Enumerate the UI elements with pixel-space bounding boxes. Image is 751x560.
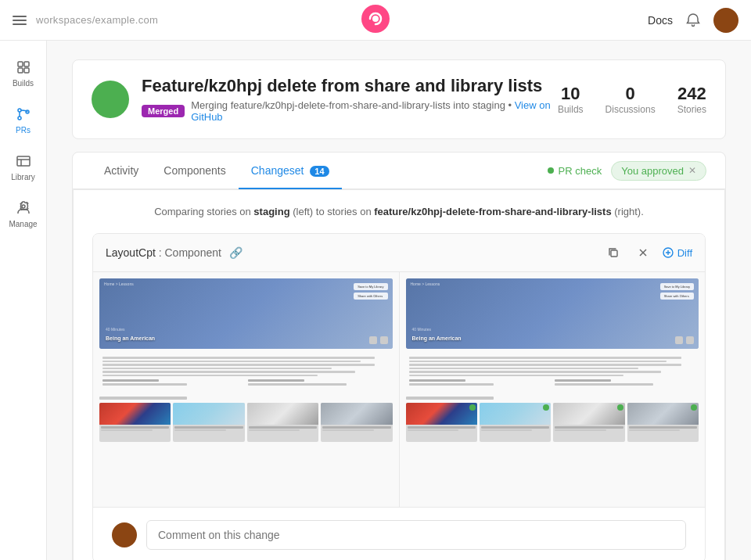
diff-button[interactable]: Diff: [662, 246, 692, 259]
sidebar-item-manage[interactable]: Manage: [5, 194, 42, 235]
notifications-icon[interactable]: [685, 13, 701, 28]
comment-bar: [93, 507, 705, 560]
approved-label: You approved: [621, 165, 684, 177]
pr-header-left: Feature/kz0hpj delete from share and lib…: [92, 76, 558, 123]
svg-point-1: [372, 16, 379, 22]
commenter-avatar: [112, 522, 137, 547]
component-card: LayoutCpt : Component 🔗: [92, 233, 706, 560]
lesson-card-3: [247, 403, 318, 442]
prs-label: PRs: [16, 126, 31, 135]
link-icon[interactable]: 🔗: [229, 246, 243, 259]
right-branch: feature/kz0hpj-delete-from-share-and-lib…: [374, 206, 611, 217]
screenshot-left-content: Home > Lessons Being an American 40 Minu…: [93, 272, 399, 507]
approved-badge[interactable]: You approved ✕: [611, 161, 706, 181]
ss-related-right: [406, 397, 699, 442]
stories-label: Stories: [677, 104, 706, 115]
pr-status-avatar: [92, 81, 129, 118]
screenshot-left: Home > Lessons Being an American 40 Minu…: [93, 272, 399, 507]
manage-icon: [16, 200, 31, 218]
component-name: LayoutCpt: [106, 246, 156, 259]
changeset-badge: 14: [310, 166, 329, 177]
sidebar-item-builds[interactable]: Builds: [5, 53, 42, 94]
pr-title-section: Feature/kz0hpj delete from share and lib…: [142, 76, 558, 123]
comment-input[interactable]: [146, 520, 686, 550]
main-content: Feature/kz0hpj delete from share and lib…: [47, 41, 751, 560]
pr-merged-badge: Merged: [142, 105, 185, 117]
lesson-card-4: [321, 403, 392, 442]
stories-count: 242: [677, 84, 706, 104]
user-avatar[interactable]: [713, 8, 738, 33]
pr-subtitle: Merged Merging feature/kz0hpj-delete-fro…: [142, 99, 558, 123]
ss-content-left: [99, 354, 393, 392]
lesson-card-r4: [627, 403, 699, 442]
ss-related-left: [99, 397, 393, 442]
nav-logo-container: [361, 5, 390, 35]
pr-stats: 10 Builds 0 Discussions 242 Stories: [558, 84, 706, 115]
left-branch: staging: [253, 206, 289, 217]
breadcrumb: workspaces/example.com: [36, 14, 158, 26]
pr-subtitle-text: Merging feature/kz0hpj-delete-from-share…: [191, 99, 558, 123]
nav-left: workspaces/example.com: [13, 14, 158, 26]
svg-point-7: [18, 117, 21, 120]
lesson-card-2: [173, 403, 244, 442]
discussions-count: 0: [605, 84, 656, 104]
manage-label: Manage: [9, 220, 37, 228]
top-navigation: workspaces/example.com Docs: [0, 0, 751, 41]
discussions-stat: 0 Discussions: [605, 84, 656, 115]
svg-rect-5: [24, 68, 29, 73]
docs-link[interactable]: Docs: [648, 14, 673, 27]
component-name-section: LayoutCpt : Component 🔗: [106, 246, 243, 259]
screenshot-compare: Home > Lessons Being an American 40 Minu…: [93, 272, 705, 507]
svg-rect-4: [18, 68, 23, 73]
discussions-label: Discussions: [605, 104, 656, 115]
component-type: : Component: [159, 246, 221, 259]
library-label: Library: [11, 173, 35, 181]
screenshot-right: Home > Lessons Being an American 40 Minu…: [400, 272, 706, 507]
component-card-header: LayoutCpt : Component 🔗: [93, 234, 705, 272]
sidebar: Builds PRs Library: [0, 41, 47, 560]
pr-check-indicator: PR check: [548, 165, 602, 177]
copy-icon[interactable]: [602, 242, 624, 264]
pr-title: Feature/kz0hpj delete from share and lib…: [142, 76, 558, 96]
lesson-card-r1: [406, 403, 477, 442]
tabs-right-actions: PR check You approved ✕: [548, 161, 706, 181]
stories-stat: 242 Stories: [677, 84, 706, 115]
pr-header: Feature/kz0hpj delete from share and lib…: [72, 59, 726, 139]
tab-activity[interactable]: Activity: [92, 153, 151, 189]
sidebar-item-library[interactable]: Library: [5, 147, 42, 188]
lesson-card-r2: [480, 403, 551, 442]
tabs-container: Activity Components Changeset 14 PR chec…: [72, 152, 726, 560]
builds-count: 10: [558, 84, 584, 104]
card-actions: Diff: [602, 242, 692, 264]
builds-stat: 10 Builds: [558, 84, 584, 115]
builds-label: Builds: [558, 104, 584, 115]
ss-content-right: [406, 354, 699, 392]
sidebar-item-prs[interactable]: PRs: [5, 100, 42, 141]
close-icon[interactable]: [632, 242, 654, 264]
lesson-card-1: [99, 403, 171, 442]
library-icon: [16, 153, 31, 171]
diff-label: Diff: [677, 247, 692, 259]
prs-icon: [16, 106, 31, 124]
remove-approval-icon[interactable]: ✕: [688, 165, 696, 176]
menu-toggle[interactable]: [13, 16, 27, 25]
chromatic-logo: [361, 5, 390, 33]
changeset-content: Comparing stories on staging (left) to s…: [73, 189, 725, 560]
ss-hero-right: Home > Lessons Being an American 40 Minu…: [406, 278, 699, 349]
nav-right: Docs: [648, 8, 738, 33]
svg-point-13: [22, 205, 25, 208]
tabs-list: Activity Components Changeset 14: [92, 153, 342, 188]
tabs-bar: Activity Components Changeset 14 PR chec…: [73, 153, 725, 189]
tab-changeset[interactable]: Changeset 14: [239, 153, 342, 189]
svg-rect-3: [24, 62, 29, 66]
svg-rect-14: [611, 250, 617, 257]
svg-rect-2: [18, 62, 23, 66]
pr-check-label: PR check: [559, 165, 602, 177]
tab-components[interactable]: Components: [151, 153, 238, 189]
ss-hero-left: Home > Lessons Being an American 40 Minu…: [99, 278, 393, 349]
check-dot: [548, 167, 554, 174]
svg-rect-10: [17, 156, 30, 166]
lesson-card-r3: [553, 403, 624, 442]
screenshot-right-content: Home > Lessons Being an American 40 Minu…: [400, 272, 706, 507]
builds-label: Builds: [13, 79, 34, 88]
